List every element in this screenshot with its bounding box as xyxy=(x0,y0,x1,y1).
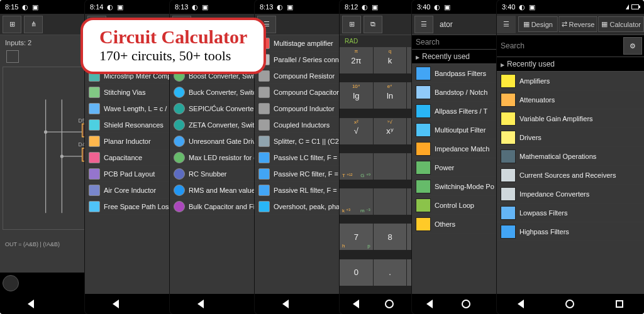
item-label: Coupled Inductors xyxy=(274,121,330,129)
category-label: Switching-Mode Po xyxy=(435,183,494,190)
item-icon xyxy=(174,87,185,98)
category-label: Impedance Match xyxy=(435,145,489,153)
category-label: Lowpass Filters xyxy=(519,209,567,217)
category-item[interactable]: Current Sources and Receivers xyxy=(497,166,644,185)
item-icon xyxy=(258,87,270,98)
keypad-key[interactable]: . xyxy=(374,259,407,286)
category-icon xyxy=(416,104,431,118)
settings-icon[interactable]: ⚙ xyxy=(623,37,642,55)
item-label: Free Space Path Loss xyxy=(104,203,172,210)
keypad-key[interactable]: eˣln xyxy=(374,82,407,109)
item-label: PCB Pad Layout xyxy=(104,170,155,178)
schem-checkbox[interactable] xyxy=(6,50,19,63)
item-label: Wave Length, L = c / [f xyxy=(104,105,173,112)
item-icon xyxy=(89,103,100,114)
item-label: SEPIC/Ćuk Converter, S xyxy=(189,105,264,112)
keypad-key[interactable]: 0 xyxy=(340,259,373,286)
item-label: Splitter, C = C1 || (C2−C xyxy=(274,138,348,145)
dial-button[interactable] xyxy=(3,275,19,291)
item-icon xyxy=(258,201,270,212)
search-input[interactable]: Search xyxy=(497,39,621,53)
category-icon xyxy=(501,225,516,239)
title-heading: Circuit Calculator xyxy=(99,26,247,48)
keypad-key[interactable]: x²√ xyxy=(340,118,373,144)
category-icon xyxy=(416,85,431,99)
item-icon xyxy=(174,119,185,131)
phone-design: 3:40◐▣ ☰ ▦ Design ⇄ Reverse ▦ Calculator… xyxy=(497,0,644,314)
item-label: Bulk Capacitor and Filt xyxy=(189,203,258,210)
item-label: Buck Converter, Switch xyxy=(189,89,260,96)
tab-reverse[interactable]: ⇄ Reverse xyxy=(558,16,598,32)
keypad-key[interactable]: 7hp xyxy=(340,224,373,250)
keypad-key[interactable]: k ⁺³m ⁻³ xyxy=(340,188,373,215)
item-label: Max LED resistor for cu xyxy=(189,154,261,161)
copy-icon[interactable]: ⧉ xyxy=(364,16,382,33)
title-sub: 170+ circuits, 50+ tools xyxy=(99,48,247,64)
nav-back-icon[interactable] xyxy=(28,300,34,308)
keypad-key[interactable]: T ⁺¹²G ⁺⁹ xyxy=(340,153,373,180)
category-icon xyxy=(416,142,431,156)
item-icon xyxy=(174,152,185,163)
category-label: Bandstop / Notch xyxy=(435,89,487,96)
category-icon xyxy=(416,217,431,231)
section-recent[interactable]: Recently used xyxy=(497,57,644,72)
keypad-key[interactable]: π2π xyxy=(340,47,373,73)
title-card: Circuit Calculator 170+ circuits, 50+ to… xyxy=(80,18,266,74)
category-item[interactable]: Amplifiers xyxy=(497,72,644,90)
svg-point-10 xyxy=(44,131,47,134)
item-label: Compound Inductor xyxy=(274,105,335,112)
item-label: Unresonant Gate Drivin xyxy=(189,138,261,145)
item-label: ZETA Converter, Switch xyxy=(189,121,262,129)
status-time: 8:15 xyxy=(5,3,18,11)
category-item[interactable]: Variable Gain Amplifiers xyxy=(497,109,644,128)
category-label: Control Loop xyxy=(435,202,474,209)
category-icon xyxy=(416,67,431,80)
share-icon[interactable]: ⋔ xyxy=(24,16,43,33)
keypad-key[interactable]: ʸ√xʸ xyxy=(374,118,407,144)
item-label: Passive RL filter, F = R xyxy=(274,187,344,194)
item-label: Shield Resonances xyxy=(104,121,164,129)
item-label: RMS and Mean value xyxy=(189,187,255,194)
item-label: Passive LC filter, F = 1 xyxy=(274,154,343,161)
category-icon xyxy=(416,180,431,193)
nav-back-icon[interactable] xyxy=(113,300,119,308)
svg-text:D4: D4 xyxy=(78,141,86,148)
category-label: Current Sources and Receivers xyxy=(519,171,616,179)
keypad-key[interactable] xyxy=(374,153,407,180)
menu-icon[interactable]: ☰ xyxy=(497,16,516,33)
category-icon xyxy=(501,93,516,107)
category-item[interactable]: Drivers xyxy=(497,128,644,147)
item-icon xyxy=(174,103,185,114)
item-icon xyxy=(258,185,270,196)
keypad-key[interactable]: qk xyxy=(374,47,407,73)
category-item[interactable]: Attenuators xyxy=(497,90,644,109)
item-label: Capacitance xyxy=(104,154,142,161)
category-label: Mathematical Operations xyxy=(519,153,596,160)
item-icon xyxy=(258,152,270,163)
tab-design[interactable]: ▦ Design xyxy=(518,16,558,32)
tab-calculator[interactable]: ▦ Calculator xyxy=(598,16,644,32)
keypad-key[interactable]: 10ˣlg xyxy=(340,82,373,109)
category-item[interactable]: Highpass Filters xyxy=(497,222,644,241)
keypad-key[interactable] xyxy=(374,188,407,215)
category-label: Multioutput Filter xyxy=(435,126,486,134)
keypad-key[interactable]: 8 xyxy=(374,224,407,250)
category-label: Amplifiers xyxy=(519,77,550,85)
item-label: RC Snubber xyxy=(189,170,227,178)
category-label: Power xyxy=(435,164,454,171)
item-icon xyxy=(174,201,185,212)
category-icon xyxy=(416,123,431,137)
category-item[interactable]: Lowpass Filters xyxy=(497,203,644,222)
category-label: Impedance Converters xyxy=(519,190,589,198)
item-label: Passive RC filter, F = 1 xyxy=(274,170,344,178)
grid-icon[interactable]: ⊞ xyxy=(342,16,361,33)
category-icon xyxy=(501,112,516,126)
item-label: Compound Capacitor xyxy=(274,89,339,96)
grid-icon[interactable]: ⊞ xyxy=(3,16,21,33)
category-icon xyxy=(501,149,516,163)
category-item[interactable]: Impedance Converters xyxy=(497,185,644,203)
category-item[interactable]: Mathematical Operations xyxy=(497,147,644,166)
item-icon xyxy=(89,152,100,163)
menu-icon[interactable]: ☰ xyxy=(414,16,433,33)
calc-mode: RAD xyxy=(345,38,358,45)
